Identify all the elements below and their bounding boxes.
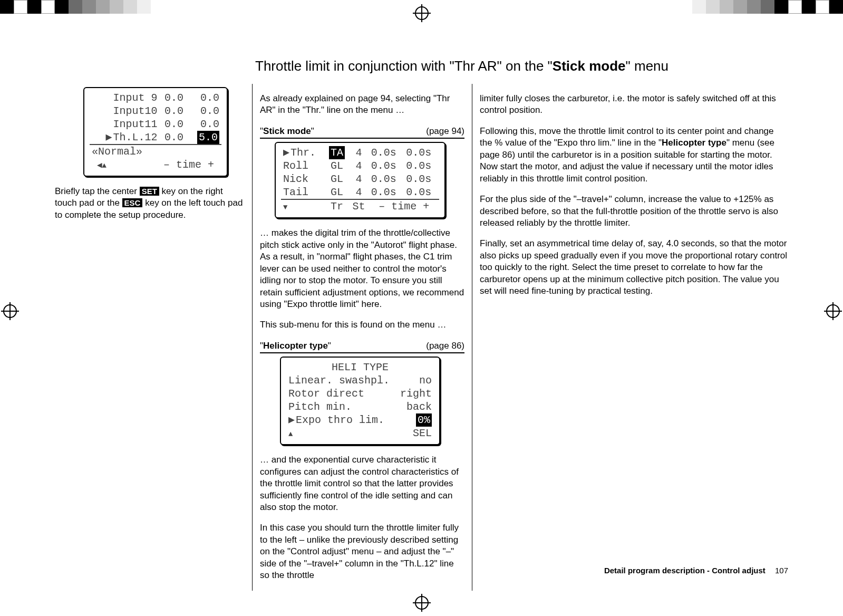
text-fragment: Helicopter type (263, 341, 328, 351)
lcd3-row-label: Pitch min. (286, 400, 396, 413)
lcd-stick-mode: Thr.TA40.0s0.0sRollGL40.0s0.0sNickGL40.0… (275, 142, 445, 218)
column-3: limiter fully closes the carburetor, i.e… (472, 84, 788, 591)
lcd2-foot-tr: Tr (325, 199, 348, 213)
menu-ref-stick-mode: "Stick mode" (page 94) (260, 126, 464, 139)
lcd1-row-v2: 0.0 (188, 91, 221, 104)
lcd2-row-label: Roll (281, 159, 325, 172)
title-bold: Stick mode (553, 58, 626, 74)
col3-p2: Following this, move the throttle limit … (480, 126, 788, 185)
lcd1-row-v2: 0.0 (188, 118, 221, 131)
lcd2-row-c2: TA (325, 146, 348, 159)
lcd1-foot: – time + (163, 159, 214, 171)
col2-p5: In this case you should turn the throttl… (260, 522, 464, 581)
page-content: Throttle limit in conjunction with "Thr … (55, 41, 788, 575)
col2-p4: … and the exponential curve characterist… (260, 454, 464, 513)
text-fragment: Helicopter type (662, 138, 726, 148)
lcd2-row-c3: 4 (349, 159, 369, 172)
registration-mark-icon (415, 6, 429, 20)
content-columns: Input 90.00.0Input100.00.0Input110.00.0T… (55, 84, 788, 591)
page-footer: Detail program description - Control adj… (604, 566, 788, 575)
esc-key: ESC (122, 198, 143, 207)
page-title: Throttle limit in conjunction with "Thr … (255, 58, 788, 74)
registration-mark-left (3, 298, 17, 318)
col1-paragraph: Briefly tap the center SET key on the ri… (55, 186, 245, 221)
lcd2-row-label: Tail (281, 186, 325, 199)
bottom-registration-bar (0, 595, 843, 616)
lcd1-row-label: Input11 (90, 118, 160, 131)
lcd1-row-v2: 5.0 (188, 131, 221, 144)
lcd3-row-label: Rotor direct (286, 387, 396, 400)
menu-ref-heli-type: "Helicopter type" (page 86) (260, 340, 464, 353)
lcd2-row-c3: 4 (349, 146, 369, 159)
col3-p1: limiter fully closes the carburetor, i.e… (480, 93, 788, 117)
text-fragment: " (328, 341, 331, 351)
text-fragment: Briefly tap the center (55, 186, 140, 196)
top-left-swatches (0, 0, 151, 14)
lcd2-row-c4: 0.0s (369, 186, 404, 199)
column-2: As already explained on page 94, selecti… (253, 84, 472, 591)
down-nav-icon (283, 200, 287, 213)
lcd1-row-v2: 0.0 (188, 104, 221, 118)
lcd2-row-label: Nick (281, 172, 325, 186)
left-nav-icon (97, 159, 102, 171)
footer-section: Detail program description - Control adj… (604, 566, 766, 575)
lcd1-row-label: Th.L.12 (90, 131, 160, 144)
up-nav-icon (288, 427, 293, 439)
lcd1-row-v1: 0.0 (160, 131, 189, 144)
col3-p3: For the plus side of the "–travel+" colu… (480, 194, 788, 229)
col2-p1: As already explained on page 94, selecti… (260, 93, 464, 117)
lcd2-row-c4: 0.0s (369, 172, 404, 186)
set-key: SET (140, 187, 159, 196)
text-fragment: " (311, 126, 314, 136)
lcd2-row-c5: 0.0s (404, 159, 439, 172)
lcd1-row-label: Input 9 (90, 91, 160, 104)
lcd2-row-c2: GL (325, 186, 348, 199)
footer-page-number: 107 (775, 566, 788, 575)
title-pre: Throttle limit in conjunction with "Thr … (255, 58, 553, 74)
lcd2-row-label: Thr. (281, 146, 325, 159)
registration-mark-icon (415, 596, 429, 610)
column-1: Input 90.00.0Input100.00.0Input110.00.0T… (55, 84, 253, 591)
lcd-control-adjust: Input 90.00.0Input100.00.0Input110.00.0T… (83, 87, 228, 177)
title-post: " menu (626, 58, 669, 74)
lcd2-row-c5: 0.0s (404, 172, 439, 186)
lcd1-row-label: Input10 (90, 104, 160, 118)
lcd3-row-label: Linear. swashpl. (286, 374, 396, 387)
lcd3-row-val: no (396, 374, 434, 387)
lcd3-row-val: back (396, 400, 434, 413)
lcd2-row-c2: GL (325, 159, 348, 172)
lcd3-title: HELI TYPE (286, 361, 434, 374)
lcd2-row-c3: 4 (349, 186, 369, 199)
top-right-swatches (692, 0, 843, 14)
lcd3-row-label: Expo thro lim. (286, 413, 396, 427)
lcd2-row-c2: GL (325, 172, 348, 186)
lcd1-phase: «Normal» (90, 145, 221, 158)
lcd1-row-v1: 0.0 (160, 104, 189, 118)
up-nav-icon (102, 159, 106, 171)
text-fragment: Stick mode (263, 126, 311, 136)
lcd1-row-v1: 0.0 (160, 91, 189, 104)
col3-p4: Finally, set an asymmetrical time delay … (480, 238, 788, 297)
col2-p2: … makes the digital trim of the throttle… (260, 227, 464, 310)
lcd-heli-type: HELI TYPE Linear. swashpl.noRotor direct… (280, 357, 440, 445)
lcd2-row-c4: 0.0s (369, 159, 404, 172)
lcd2-row-c4: 0.0s (369, 146, 404, 159)
lcd3-row-val: right (396, 387, 434, 400)
col2-p3: This sub-menu for this is found on the m… (260, 319, 464, 331)
page-ref: (page 94) (426, 126, 464, 137)
registration-mark-right (826, 298, 840, 318)
page-ref: (page 86) (426, 340, 464, 352)
lcd1-row-v1: 0.0 (160, 118, 189, 131)
lcd3-row-val: 0% (396, 413, 434, 427)
lcd3-foot-sel: SEL (396, 427, 434, 440)
top-registration-bar (0, 0, 843, 21)
lcd2-row-c5: 0.0s (404, 146, 439, 159)
lcd2-row-c5: 0.0s (404, 186, 439, 199)
lcd2-foot-st: St (349, 199, 369, 213)
lcd2-foot-time: – time + (369, 199, 439, 213)
lcd2-row-c3: 4 (349, 172, 369, 186)
